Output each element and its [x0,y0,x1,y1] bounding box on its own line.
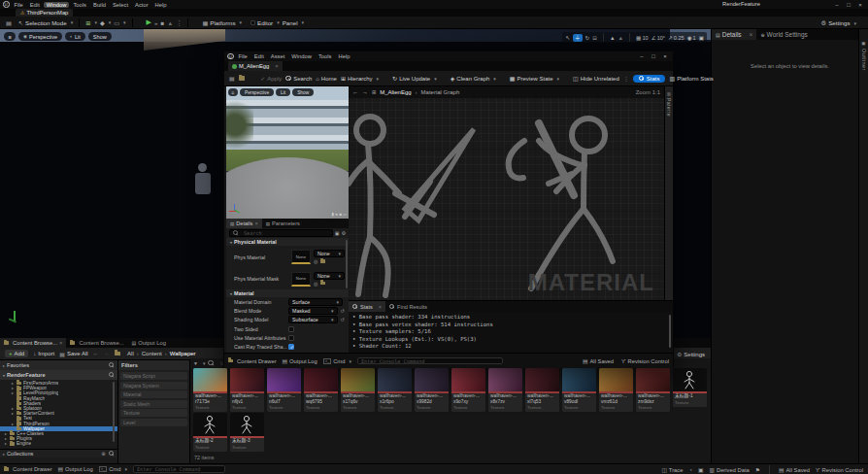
reset-to-default-icon[interactable]: ↺ [341,317,345,322]
menu-asset[interactable]: Asset [268,53,288,59]
select-tool-icon[interactable]: ↖ [565,35,570,41]
content-browser-tab-1[interactable]: Content Browse...× [0,338,66,348]
menu-window[interactable]: Window [288,53,315,59]
close-tab-icon[interactable]: × [379,304,382,310]
scale-snap-control[interactable]: ↗0.25 [668,35,684,41]
menu-file[interactable]: File [236,53,250,59]
home-button[interactable]: ⌂Home [316,76,337,82]
asset-tile[interactable]: wallhaven-...x9o7xyTexture [451,368,485,412]
details-search-box[interactable] [229,229,333,237]
asset-tile[interactable]: wallhaven-...x1r6poTexture [378,368,412,412]
search-button[interactable]: Search [285,76,312,82]
browse-icon[interactable] [320,259,325,263]
graph-back-icon[interactable]: ← [352,89,358,95]
favorites-header[interactable]: ▸Favorites [0,360,117,370]
history-back-button[interactable]: ← [93,351,99,356]
hierarchy-dropdown[interactable]: ⊞Hierarchy▾ [341,75,379,82]
selection-mode-dropdown[interactable]: ↖Selection Mode▾ [18,19,73,26]
frame-skip-button[interactable]: » [154,19,157,26]
reset-to-default-icon[interactable]: ↺ [341,308,345,314]
asset-tile[interactable]: wallhaven-...nfljv1Texture [230,368,264,412]
details-tab[interactable]: ▤Details× [226,219,262,228]
perspective-button[interactable]: Perspective [240,88,274,96]
use-material-attributes-checkbox[interactable] [288,335,294,341]
filter-niagara-script[interactable]: Niagara Script [120,372,187,380]
search-icon[interactable] [109,362,115,368]
maximize-viewport-icon[interactable]: ▣ [699,35,704,41]
add-collection-icon[interactable]: ⊕ [101,451,106,457]
filter-niagara-system[interactable]: Niagara System [120,382,187,389]
all-saved-status[interactable]: ▤All Saved [583,358,614,364]
rotation-snap-control[interactable]: ∠10° [651,35,665,41]
import-button[interactable]: ↓Import [33,351,54,356]
content-browser-tab-2[interactable]: Content Browse... [66,338,127,348]
grid-snap-control[interactable]: ▦10 [636,35,649,41]
browse-icon[interactable] [320,282,325,286]
menu-edit[interactable]: Edit [251,53,267,59]
play-button[interactable]: ▶ [147,18,151,26]
asset-tile[interactable]: wallhaven-...zm9dszTexture [636,368,670,412]
stop-button[interactable]: ■ [160,19,164,26]
breadcrumb-content[interactable]: Content [142,351,162,356]
lit-button[interactable]: Lit [276,88,290,96]
play-options-kebab-icon[interactable]: ⋮ [176,19,182,26]
material-preview-viewport[interactable]: ≡ Perspective Lit Show ▮ ● ■ ▱ [226,86,349,219]
derived-data-button[interactable]: ▥Derived Data [709,467,749,473]
move-tool-icon[interactable]: ＋ [573,34,583,42]
cmd-dropdown[interactable]: >_Cmd▾ [99,466,127,472]
trace-button[interactable]: ◫Trace [661,467,683,473]
rotate-tool-icon[interactable]: ↻ [585,35,590,41]
close-tab-icon[interactable]: × [750,31,753,38]
content-drawer-button[interactable]: Content Drawer [4,466,52,472]
section-material[interactable]: ▾Material [226,289,349,297]
content-drawer-button[interactable]: Content Drawer [228,358,277,364]
save-asset-icon[interactable]: ▤ [229,75,235,82]
stats-toggle-button[interactable]: Stats [633,75,666,83]
maximize-button[interactable]: □ [843,2,854,8]
graph-forward-icon[interactable]: → [362,89,368,95]
menu-help[interactable]: Help [336,53,353,59]
filter-level[interactable]: Level [120,419,187,426]
notifications-icon[interactable]: ⚑ [755,467,760,473]
find-results-tab[interactable]: Find Results [385,301,431,312]
console-command-input[interactable] [357,357,503,365]
output-log-button[interactable]: ▤Output Log [283,358,317,364]
material-domain-dropdown[interactable]: Surface▾ [288,298,343,306]
camera-speed-control[interactable]: ◉1 [687,35,696,41]
asset-tile[interactable]: wallhaven-...v89odlTexture [562,368,596,412]
stats-scrollbar[interactable] [669,315,672,348]
toolbar-kebab-icon[interactable]: ⋮ [623,75,629,82]
revision-control-status[interactable]: ϒRevision Control [621,358,669,364]
lit-button[interactable]: ◐Lit [65,32,85,41]
sphere-shape-icon[interactable]: ● [335,212,338,217]
menu-edit[interactable]: Edit [27,2,43,8]
outliner-tab-label[interactable]: Outliner [861,49,867,71]
save-level-icon[interactable]: ▤ [6,19,12,26]
show-button[interactable]: Show [292,88,314,96]
phys-material-mask-dropdown[interactable]: None▾ [314,272,345,280]
blend-mode-dropdown[interactable]: Masked▾ [288,307,338,315]
filter-texture[interactable]: Texture [120,409,187,417]
search-icon[interactable] [109,372,115,378]
output-log-tab[interactable]: ▤ Output Log [128,338,170,348]
breadcrumb-wallpaper[interactable]: Wallpaper [170,351,196,356]
cmd-dropdown[interactable]: >_Cmd▾ [323,358,351,364]
filter-static-mesh[interactable]: Static Mesh [120,400,187,408]
use-selected-icon[interactable]: ◎ [314,258,317,264]
asset-tile[interactable]: wallhaven-...x8x7zvTexture [488,368,522,412]
minimize-button[interactable]: – [831,2,843,8]
output-log-button[interactable]: ▤Output Log [58,466,93,472]
graph-breadcrumb-asset[interactable]: M_AlienEgg [380,89,411,95]
display-filter-icon[interactable]: ▣ [335,230,340,236]
close-tab-icon[interactable]: × [275,63,278,69]
asset-tile[interactable]: wallhaven-...vmz61dTexture [599,368,633,412]
details-scrollbar[interactable] [346,240,348,288]
platforms-dropdown[interactable]: ▦Platforms▾ [202,19,242,26]
menu-help[interactable]: Help [152,2,170,8]
landscape-tool-icon[interactable]: ▲ [610,35,616,41]
asset-tile[interactable]: wallhaven-...xl7q53Texture [525,368,559,412]
details-search-input[interactable] [241,229,309,237]
palette-tab-label[interactable]: Palette [666,98,672,117]
clean-graph-dropdown[interactable]: ◈Clean Graph▾ [451,75,496,82]
viewport-menu-icon[interactable]: ≡ [4,32,16,41]
